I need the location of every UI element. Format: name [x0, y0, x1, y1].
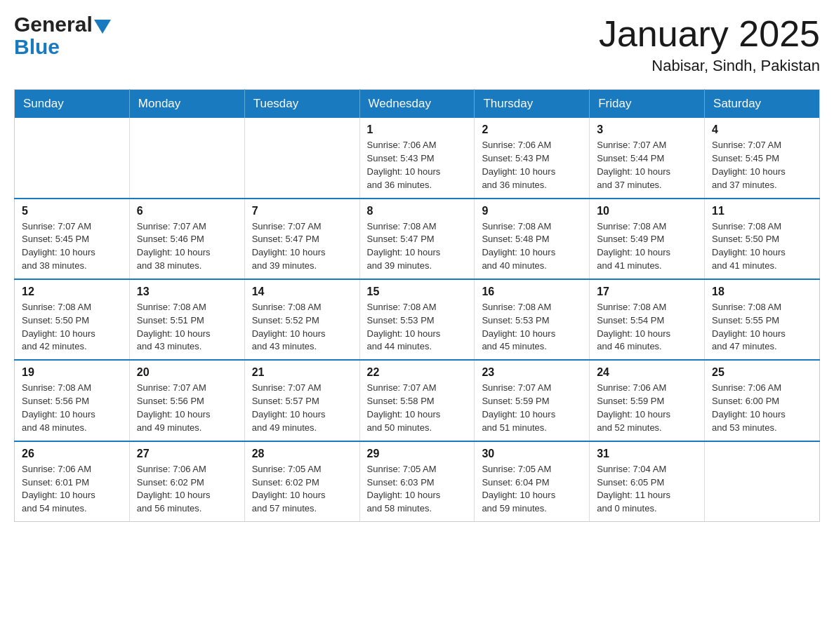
- calendar-cell: 14Sunrise: 7:08 AM Sunset: 5:52 PM Dayli…: [244, 279, 359, 360]
- calendar-cell: 19Sunrise: 7:08 AM Sunset: 5:56 PM Dayli…: [15, 360, 130, 441]
- weekday-header-tuesday: Tuesday: [244, 90, 359, 119]
- day-number: 17: [597, 286, 697, 298]
- day-info: Sunrise: 7:08 AM Sunset: 5:47 PM Dayligh…: [367, 220, 468, 273]
- weekday-header-friday: Friday: [590, 90, 705, 119]
- calendar-cell: 15Sunrise: 7:08 AM Sunset: 5:53 PM Dayli…: [359, 279, 475, 360]
- day-number: 11: [712, 205, 812, 217]
- weekday-header-sunday: Sunday: [15, 90, 130, 119]
- calendar-cell: 18Sunrise: 7:08 AM Sunset: 5:55 PM Dayli…: [705, 279, 820, 360]
- day-number: 28: [252, 448, 352, 460]
- calendar-cell: 29Sunrise: 7:05 AM Sunset: 6:03 PM Dayli…: [359, 441, 475, 522]
- day-number: 15: [367, 286, 468, 298]
- day-info: Sunrise: 7:05 AM Sunset: 6:04 PM Dayligh…: [482, 463, 582, 516]
- weekday-header-wednesday: Wednesday: [359, 90, 475, 119]
- calendar-cell: 28Sunrise: 7:05 AM Sunset: 6:02 PM Dayli…: [244, 441, 359, 522]
- day-number: 24: [597, 366, 697, 379]
- day-number: 27: [137, 448, 237, 460]
- calendar-cell: 5Sunrise: 7:07 AM Sunset: 5:45 PM Daylig…: [15, 199, 130, 279]
- day-number: 20: [137, 366, 237, 379]
- title-section: January 2025 Nabisar, Sindh, Pakistan: [599, 14, 820, 75]
- calendar-cell: [15, 118, 130, 198]
- calendar-cell: 31Sunrise: 7:04 AM Sunset: 6:05 PM Dayli…: [590, 441, 705, 522]
- day-number: 5: [22, 205, 122, 217]
- calendar-cell: 8Sunrise: 7:08 AM Sunset: 5:47 PM Daylig…: [359, 199, 475, 279]
- calendar-cell: 30Sunrise: 7:05 AM Sunset: 6:04 PM Dayli…: [475, 441, 590, 522]
- day-number: 2: [482, 123, 582, 136]
- calendar-week-row: 26Sunrise: 7:06 AM Sunset: 6:01 PM Dayli…: [15, 441, 820, 522]
- day-info: Sunrise: 7:07 AM Sunset: 5:46 PM Dayligh…: [137, 220, 237, 273]
- day-info: Sunrise: 7:08 AM Sunset: 5:50 PM Dayligh…: [712, 220, 812, 273]
- calendar-cell: 9Sunrise: 7:08 AM Sunset: 5:48 PM Daylig…: [475, 199, 590, 279]
- logo-triangle-icon: [94, 20, 111, 34]
- day-info: Sunrise: 7:07 AM Sunset: 5:58 PM Dayligh…: [367, 382, 468, 434]
- day-info: Sunrise: 7:06 AM Sunset: 5:59 PM Dayligh…: [597, 382, 697, 434]
- calendar-table: SundayMondayTuesdayWednesdayThursdayFrid…: [14, 89, 820, 522]
- day-number: 7: [252, 205, 352, 217]
- day-number: 1: [367, 123, 468, 136]
- day-info: Sunrise: 7:07 AM Sunset: 5:56 PM Dayligh…: [137, 382, 237, 434]
- day-info: Sunrise: 7:08 AM Sunset: 5:50 PM Dayligh…: [22, 301, 122, 354]
- day-info: Sunrise: 7:08 AM Sunset: 5:52 PM Dayligh…: [252, 301, 352, 354]
- calendar-cell: 12Sunrise: 7:08 AM Sunset: 5:50 PM Dayli…: [15, 279, 130, 360]
- day-info: Sunrise: 7:08 AM Sunset: 5:53 PM Dayligh…: [367, 301, 468, 354]
- day-info: Sunrise: 7:06 AM Sunset: 6:02 PM Dayligh…: [137, 463, 237, 516]
- day-info: Sunrise: 7:05 AM Sunset: 6:02 PM Dayligh…: [252, 463, 352, 516]
- day-number: 12: [22, 286, 122, 298]
- calendar-cell: [129, 118, 244, 198]
- day-info: Sunrise: 7:04 AM Sunset: 6:05 PM Dayligh…: [597, 463, 697, 516]
- logo: General Blue: [14, 14, 111, 59]
- calendar-cell: 7Sunrise: 7:07 AM Sunset: 5:47 PM Daylig…: [244, 199, 359, 279]
- calendar-header-row: SundayMondayTuesdayWednesdayThursdayFrid…: [15, 90, 820, 119]
- day-number: 22: [367, 366, 468, 379]
- day-number: 4: [712, 123, 812, 136]
- calendar-cell: 26Sunrise: 7:06 AM Sunset: 6:01 PM Dayli…: [15, 441, 130, 522]
- calendar-cell: 22Sunrise: 7:07 AM Sunset: 5:58 PM Dayli…: [359, 360, 475, 441]
- calendar-cell: [244, 118, 359, 198]
- calendar-week-row: 5Sunrise: 7:07 AM Sunset: 5:45 PM Daylig…: [15, 199, 820, 279]
- day-number: 3: [597, 123, 697, 136]
- day-info: Sunrise: 7:08 AM Sunset: 5:55 PM Dayligh…: [712, 301, 812, 354]
- day-info: Sunrise: 7:08 AM Sunset: 5:53 PM Dayligh…: [482, 301, 582, 354]
- day-info: Sunrise: 7:08 AM Sunset: 5:48 PM Dayligh…: [482, 220, 582, 273]
- logo-blue-text: Blue: [14, 35, 60, 59]
- calendar-cell: 17Sunrise: 7:08 AM Sunset: 5:54 PM Dayli…: [590, 279, 705, 360]
- day-number: 19: [22, 366, 122, 379]
- day-info: Sunrise: 7:07 AM Sunset: 5:45 PM Dayligh…: [712, 139, 812, 192]
- day-number: 9: [482, 205, 582, 217]
- day-info: Sunrise: 7:07 AM Sunset: 5:45 PM Dayligh…: [22, 220, 122, 273]
- weekday-header-saturday: Saturday: [705, 90, 820, 119]
- day-info: Sunrise: 7:06 AM Sunset: 6:01 PM Dayligh…: [22, 463, 122, 516]
- calendar-cell: 20Sunrise: 7:07 AM Sunset: 5:56 PM Dayli…: [129, 360, 244, 441]
- day-info: Sunrise: 7:05 AM Sunset: 6:03 PM Dayligh…: [367, 463, 468, 516]
- calendar-cell: 1Sunrise: 7:06 AM Sunset: 5:43 PM Daylig…: [359, 118, 475, 198]
- day-number: 14: [252, 286, 352, 298]
- day-number: 23: [482, 366, 582, 379]
- day-info: Sunrise: 7:06 AM Sunset: 5:43 PM Dayligh…: [367, 139, 468, 192]
- calendar-cell: 6Sunrise: 7:07 AM Sunset: 5:46 PM Daylig…: [129, 199, 244, 279]
- weekday-header-thursday: Thursday: [475, 90, 590, 119]
- logo-general-text: General: [14, 14, 93, 35]
- day-number: 25: [712, 366, 812, 379]
- day-number: 29: [367, 448, 468, 460]
- day-info: Sunrise: 7:07 AM Sunset: 5:57 PM Dayligh…: [252, 382, 352, 434]
- calendar-cell: 3Sunrise: 7:07 AM Sunset: 5:44 PM Daylig…: [590, 118, 705, 198]
- calendar-cell: 24Sunrise: 7:06 AM Sunset: 5:59 PM Dayli…: [590, 360, 705, 441]
- day-number: 16: [482, 286, 582, 298]
- location-text: Nabisar, Sindh, Pakistan: [599, 57, 820, 75]
- day-info: Sunrise: 7:08 AM Sunset: 5:51 PM Dayligh…: [137, 301, 237, 354]
- day-number: 8: [367, 205, 468, 217]
- calendar-cell: 13Sunrise: 7:08 AM Sunset: 5:51 PM Dayli…: [129, 279, 244, 360]
- day-info: Sunrise: 7:07 AM Sunset: 5:59 PM Dayligh…: [482, 382, 582, 434]
- calendar-cell: 11Sunrise: 7:08 AM Sunset: 5:50 PM Dayli…: [705, 199, 820, 279]
- day-number: 30: [482, 448, 582, 460]
- day-info: Sunrise: 7:07 AM Sunset: 5:44 PM Dayligh…: [597, 139, 697, 192]
- day-number: 26: [22, 448, 122, 460]
- calendar-week-row: 12Sunrise: 7:08 AM Sunset: 5:50 PM Dayli…: [15, 279, 820, 360]
- day-number: 6: [137, 205, 237, 217]
- day-info: Sunrise: 7:07 AM Sunset: 5:47 PM Dayligh…: [252, 220, 352, 273]
- calendar-cell: 16Sunrise: 7:08 AM Sunset: 5:53 PM Dayli…: [475, 279, 590, 360]
- weekday-header-monday: Monday: [129, 90, 244, 119]
- day-info: Sunrise: 7:06 AM Sunset: 5:43 PM Dayligh…: [482, 139, 582, 192]
- calendar-cell: 23Sunrise: 7:07 AM Sunset: 5:59 PM Dayli…: [475, 360, 590, 441]
- day-number: 31: [597, 448, 697, 460]
